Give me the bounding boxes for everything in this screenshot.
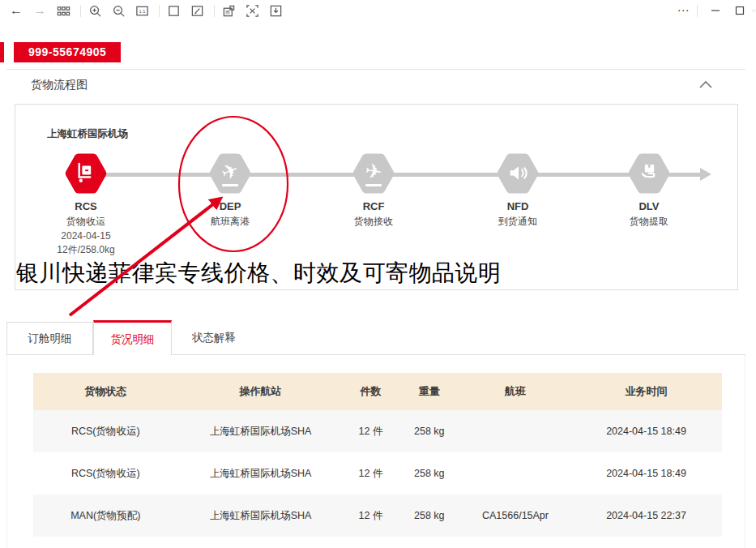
ratio-1-1-icon[interactable]: 1:1 [134,2,150,19]
flow-node-dlv: DLV货物提取 [592,152,706,229]
column-header: 件数 [344,373,399,410]
table-cell: 上海虹桥国际机场SHA [178,452,344,494]
titlebar-toolbar: ←→1:1图 ⋯ [0,0,756,21]
node-name: 货物收运 [29,214,143,229]
table-cell [460,452,570,494]
table-header-row: 货物状态操作航站件数重量航班业务时间 [33,373,722,410]
cargo-status-table: 货物状态操作航站件数重量航班业务时间 RCS(货物收运)上海虹桥国际机场SHA1… [33,373,722,537]
zoom-out-icon[interactable] [110,2,126,19]
toolbar-divider [214,5,215,17]
zoom-in-icon[interactable] [87,2,103,19]
table-cell: 上海虹桥国际机场SHA [178,410,344,452]
edit-icon[interactable] [189,2,205,19]
tab-cargo-status-detail[interactable]: 货况明细 [93,320,172,355]
window-controls: ⋯ [671,0,756,21]
table-cell: 上海虹桥国际机场SHA [178,494,344,537]
tab-panel: 货物状态操作航站件数重量航班业务时间 RCS(货物收运)上海虹桥国际机场SHA1… [6,355,745,548]
origin-airport-label: 上海虹桥国际机场 [47,127,128,141]
copy-image-icon[interactable]: 图 [220,2,237,19]
more-icon[interactable]: ⋯ [671,2,695,19]
table-cell: MAN(货物预配) [33,494,178,537]
column-header: 操作航站 [178,373,344,410]
table-cell: 258 kg [399,494,461,537]
table-cell: 258 kg [399,410,461,452]
toolbar-divider [80,5,81,17]
toolbar-divider [159,5,160,17]
trolley-icon [64,152,108,195]
table-row: RCS(货物收运)上海虹桥国际机场SHA12 件258 kg2024-04-15… [33,452,722,494]
left-edge-accent-bar [0,42,4,62]
table-cell [460,410,570,452]
close-icon[interactable] [752,2,756,19]
node-date: 2024-04-15 [29,229,143,243]
node-code: RCS [29,199,143,214]
table-cell: RCS(货物收运) [33,452,178,494]
save-download-icon[interactable] [267,2,284,19]
hand-box-icon [627,152,671,195]
column-header: 航班 [460,373,570,410]
node-code: DEP [173,199,287,214]
table-cell: 2024-04-15 18:49 [570,452,722,494]
toolbar-icon-group: ←→1:1图 [8,2,291,19]
svg-text:1:1: 1:1 [139,8,145,13]
grid-icon[interactable] [55,2,71,19]
node-name: 到货通知 [461,214,574,229]
awb-number-badge: 999-55674905 [14,42,121,62]
table-cell: 2024-04-15 22:37 [570,494,722,537]
extract-text-icon[interactable] [244,2,260,19]
chevron-up-icon[interactable] [698,79,713,89]
minimize-icon[interactable] [703,2,728,19]
table-cell: 2024-04-15 18:49 [570,410,722,452]
table-cell: 12 件 [344,452,399,494]
node-name: 货物接收 [317,214,430,229]
plane-takeoff-icon: ✈ [208,152,252,195]
forward-icon[interactable]: → [32,2,48,19]
node-code: DLV [592,199,706,214]
plane-landing-icon: ✈ [352,152,395,195]
flow-node-rcf: ✈RCF货物接收 [317,152,430,229]
column-header: 业务时间 [570,373,722,410]
section-divider [6,69,745,70]
toolbar-divider [697,5,698,17]
flow-node-rcs: RCS货物收运2024-04-1512件/258.0kg [29,152,143,257]
table-cell: 258 kg [399,452,461,494]
table-row: MAN(货物预配)上海虹桥国际机场SHA12 件258 kgCA1566/15A… [33,494,722,537]
table-row: RCS(货物收运)上海虹桥国际机场SHA12 件258 kg2024-04-15… [33,410,722,452]
table-cell: 12 件 [344,494,399,537]
column-header: 重量 [399,373,461,410]
back-icon[interactable]: ← [8,2,24,19]
flow-node-dep: ✈DEP航班离港 [173,152,287,229]
table-cell: RCS(货物收运) [33,410,178,452]
flow-node-nfd: NFD到货通知 [461,152,574,229]
tab-booking-detail[interactable]: 订舱明细 [6,322,93,354]
speaker-icon [496,152,540,195]
table-cell: CA1566/15Apr [460,494,570,537]
fit-page-icon[interactable] [165,2,182,19]
overlay-headline: 银川快递菲律宾专线价格、时效及可寄物品说明 [16,258,502,289]
tab-status-explanation[interactable]: 状态解释 [172,322,256,354]
table-cell: 12 件 [344,410,399,452]
node-code: NFD [461,199,574,214]
node-code: RCF [317,199,430,214]
node-name: 航班离港 [173,214,287,229]
maximize-icon[interactable] [728,2,752,19]
svg-text:图: 图 [225,9,230,15]
section-title: 货物流程图 [31,78,88,92]
node-pieces: 12件/258.0kg [29,243,143,257]
column-header: 货物状态 [33,373,178,410]
node-name: 货物提取 [592,214,706,229]
app-window: ←→1:1图 ⋯ 999-55674905 货物流程图 上海虹桥国际机场 RCS… [0,0,756,548]
